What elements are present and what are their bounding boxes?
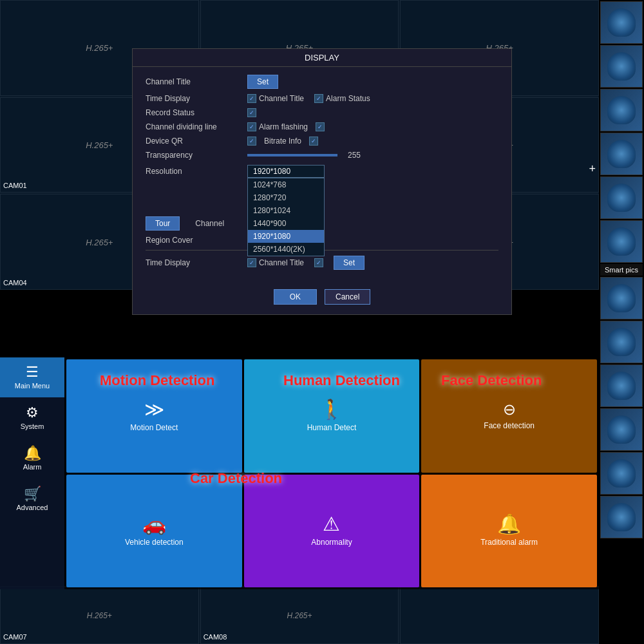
human-detect-icon: 🚶 bbox=[319, 400, 343, 419]
res-option-2[interactable]: 1280*720 bbox=[248, 191, 324, 204]
region-cover-label: Region Cover bbox=[146, 236, 242, 245]
thumb-10[interactable] bbox=[600, 408, 643, 451]
alarm-flashing-checkbox[interactable]: ✓ Alarm flashing bbox=[247, 122, 308, 131]
cam-cell-bottom-3 bbox=[400, 587, 599, 644]
cam-id: CAM01 bbox=[3, 182, 27, 189]
res-option-6[interactable]: 2560*1440(2K) bbox=[248, 243, 324, 256]
tour-button[interactable]: Tour bbox=[146, 216, 180, 231]
cam-id-bottom-1: CAM07 bbox=[3, 633, 27, 641]
sidebar-item-label-advanced: Advanced bbox=[17, 504, 48, 511]
res-option-4[interactable]: 1440*900 bbox=[248, 217, 324, 230]
face-detection-label: Face detection bbox=[484, 421, 535, 430]
resolution-select[interactable]: 1920*1080 1024*768 1280*720 1280*1024 14… bbox=[247, 165, 325, 178]
human-detect-cell[interactable]: 🚶 Human Detect bbox=[244, 359, 420, 473]
vehicle-detection-label: Vehicle detection bbox=[125, 538, 184, 547]
codec-label-b2: H.265+ bbox=[287, 611, 312, 620]
thumb-11[interactable] bbox=[600, 452, 643, 495]
display-dialog: DISPLAY Channel Title Set Time Display ✓… bbox=[132, 48, 512, 315]
abnormality-icon: ⚠ bbox=[323, 515, 340, 534]
thumb-9[interactable] bbox=[600, 365, 643, 407]
bitrate-info-checkbox[interactable]: ✓ bbox=[309, 137, 318, 146]
bitrate-info-cb-label: Bitrate Info bbox=[264, 137, 301, 146]
sidebar-item-label-main-menu: Main Menu bbox=[15, 382, 50, 390]
cam-cell-bottom-1: CAM07 H.265+ bbox=[0, 587, 199, 644]
cancel-button[interactable]: Cancel bbox=[325, 289, 370, 305]
motion-detect-cell[interactable]: ≫ Motion Detect bbox=[66, 359, 242, 473]
res-option-1[interactable]: 1024*768 bbox=[248, 178, 324, 191]
add-view-top-button[interactable]: + bbox=[589, 162, 596, 176]
alarm-status-cb-label: Alarm Status bbox=[326, 94, 370, 103]
vehicle-detection-cell[interactable]: 🚗 Vehicle detection bbox=[66, 475, 242, 588]
traditional-alarm-cell[interactable]: 🔔 Traditional alarm bbox=[421, 475, 597, 588]
sidebar-item-label-alarm: Alarm bbox=[23, 463, 42, 471]
main-menu-icon: ☰ bbox=[26, 365, 39, 379]
alarm-flashing-cb-label: Alarm flashing bbox=[259, 122, 308, 131]
time-display2-set-button[interactable]: Set bbox=[334, 256, 365, 270]
channel-title-cb2-label: Channel Title bbox=[259, 258, 304, 267]
codec-label-b1: H.265+ bbox=[87, 611, 112, 620]
transparency-label: Transparency bbox=[146, 151, 242, 160]
smart-pics-label: Smart pics bbox=[600, 264, 643, 276]
face-detection-icon: ⊖ bbox=[503, 402, 516, 417]
codec-label: H.265+ bbox=[86, 237, 113, 247]
device-qr-label: Device QR bbox=[146, 137, 242, 146]
thumb-1[interactable] bbox=[600, 1, 643, 44]
cam-id-bottom-2: CAM08 bbox=[204, 633, 227, 641]
codec-label: H.265+ bbox=[86, 140, 113, 149]
traditional-alarm-icon: 🔔 bbox=[497, 515, 521, 534]
ok-button[interactable]: OK bbox=[274, 289, 317, 305]
transparency-value: 255 bbox=[348, 151, 361, 160]
thumb-3[interactable] bbox=[600, 89, 643, 131]
sidebar-item-alarm[interactable]: 🔔 Alarm bbox=[0, 439, 64, 478]
transparency-slider[interactable] bbox=[247, 154, 337, 156]
channel-title-label: Channel Title bbox=[146, 77, 242, 86]
abnormality-label: Abnormality bbox=[311, 538, 352, 547]
sidebar-item-system[interactable]: ⚙ System bbox=[0, 398, 64, 438]
sidebar-item-advanced[interactable]: 🛒 Advanced bbox=[0, 479, 64, 519]
resolution-dropdown[interactable]: 1024*768 1280*720 1280*1024 1440*900 192… bbox=[247, 178, 325, 256]
thumb-5[interactable] bbox=[600, 176, 643, 219]
thumbnail-strip: Smart pics bbox=[599, 0, 644, 644]
time-display2-checkbox[interactable]: ✓ Channel Title bbox=[247, 258, 304, 267]
sidebar-item-main-menu[interactable]: ☰ Main Menu bbox=[0, 357, 64, 397]
traditional-alarm-label: Traditional alarm bbox=[480, 538, 538, 547]
dialog-title: DISPLAY bbox=[133, 49, 511, 67]
time-display2-cb2[interactable]: ✓ bbox=[314, 258, 323, 267]
time-display2-label: Time Display bbox=[146, 258, 242, 267]
thumb-8[interactable] bbox=[600, 321, 643, 363]
time-display-label: Time Display bbox=[146, 94, 242, 103]
menu-overlay: ☰ Main Menu ⚙ System 🔔 Alarm 🛒 Advanced … bbox=[0, 357, 599, 589]
thumb-2[interactable] bbox=[600, 45, 643, 88]
cam-id: CAM04 bbox=[3, 279, 27, 287]
alarm-status-checkbox[interactable]: ✓ Alarm Status bbox=[314, 94, 370, 103]
system-icon: ⚙ bbox=[26, 406, 39, 420]
channel-title-checkbox[interactable]: ✓ Channel Title bbox=[247, 94, 304, 103]
abnormality-cell[interactable]: ⚠ Abnormality bbox=[244, 475, 420, 588]
face-detection-cell[interactable]: ⊖ Face detection bbox=[421, 359, 597, 473]
resolution-label: Resolution bbox=[146, 167, 242, 176]
thumb-12[interactable] bbox=[600, 496, 643, 538]
alarm-flashing-cb2[interactable]: ✓ bbox=[316, 122, 325, 131]
sidebar-menu: ☰ Main Menu ⚙ System 🔔 Alarm 🛒 Advanced bbox=[0, 357, 64, 589]
channel-title-set-button[interactable]: Set bbox=[247, 75, 278, 89]
advanced-icon: 🛒 bbox=[24, 487, 41, 501]
vehicle-detection-icon: 🚗 bbox=[142, 515, 166, 534]
thumb-6[interactable] bbox=[600, 220, 643, 263]
channel-dividing-line-label: Channel dividing line bbox=[146, 122, 242, 131]
res-option-3[interactable]: 1280*1024 bbox=[248, 204, 324, 217]
device-qr-checkbox[interactable]: ✓ bbox=[247, 137, 256, 146]
thumb-4[interactable] bbox=[600, 133, 643, 175]
resolution-display[interactable]: 1920*1080 bbox=[247, 165, 325, 178]
motion-detect-icon: ≫ bbox=[144, 400, 164, 419]
alarm-icon: 🔔 bbox=[24, 446, 41, 460]
record-status-checkbox[interactable]: ✓ bbox=[247, 108, 256, 117]
detection-grid: ≫ Motion Detect 🚶 Human Detect ⊖ Face de… bbox=[64, 357, 599, 589]
channel-title-cb-label: Channel Title bbox=[259, 94, 304, 103]
motion-detect-label: Motion Detect bbox=[130, 423, 178, 432]
cam-cell-bottom-2: CAM08 H.265+ bbox=[200, 587, 399, 644]
thumb-7[interactable] bbox=[600, 277, 643, 319]
codec-label: H.265+ bbox=[86, 43, 113, 53]
res-option-5[interactable]: 1920*1080 bbox=[248, 230, 324, 243]
sidebar-item-label-system: System bbox=[21, 422, 44, 430]
record-status-label: Record Status bbox=[146, 108, 242, 117]
